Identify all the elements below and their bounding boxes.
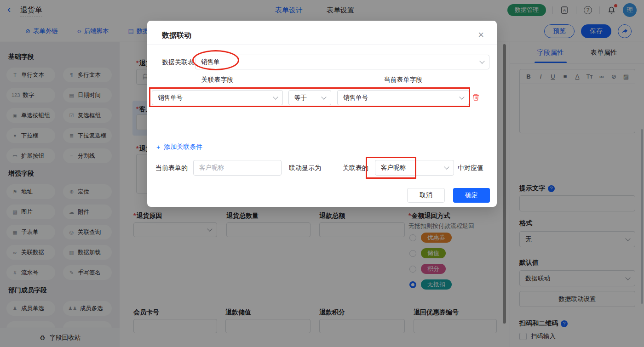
plus-icon: + bbox=[156, 143, 160, 151]
add-condition-link[interactable]: + 添加关联条件 bbox=[156, 143, 202, 151]
link-table-select[interactable]: 销售单 bbox=[195, 55, 489, 69]
chevron-down-icon bbox=[479, 58, 484, 63]
current-form-field-input[interactable]: 客户昵称 bbox=[193, 160, 282, 176]
data-linkage-modal: 数据联动 × 数据关联表 销售单 关联表字段 当前表单字段 销售单号 等于 销售… bbox=[147, 21, 497, 207]
condition-right-value: 销售单号 bbox=[343, 94, 368, 102]
chevron-down-icon bbox=[321, 94, 326, 99]
condition-left-value: 销售单号 bbox=[158, 94, 183, 102]
linked-table-label: 关联表的 bbox=[343, 164, 368, 172]
linked-field-select[interactable]: 客户昵称 bbox=[375, 160, 454, 176]
current-form-field-value: 客户昵称 bbox=[199, 164, 224, 172]
delete-condition-icon[interactable] bbox=[472, 93, 480, 102]
link-table-value: 销售单 bbox=[201, 58, 220, 66]
close-icon[interactable]: × bbox=[478, 29, 484, 41]
chevron-down-icon bbox=[273, 94, 278, 99]
condition-left-select[interactable]: 销售单号 bbox=[152, 90, 283, 105]
divider bbox=[147, 45, 497, 45]
linked-field-value: 客户昵称 bbox=[381, 164, 406, 172]
suffix-label: 中对应值 bbox=[458, 164, 483, 172]
column-header-linked-field: 关联表字段 bbox=[152, 76, 283, 84]
link-table-label: 数据关联表 bbox=[162, 58, 194, 67]
modal-title: 数据联动 bbox=[162, 31, 191, 40]
condition-operator-value: 等于 bbox=[294, 94, 307, 102]
current-form-label: 当前表单的 bbox=[155, 164, 188, 172]
chevron-down-icon bbox=[459, 94, 464, 99]
add-condition-label: 添加关联条件 bbox=[164, 143, 202, 151]
confirm-button[interactable]: 确定 bbox=[453, 188, 490, 203]
display-as-label: 联动显示为 bbox=[289, 164, 321, 172]
condition-operator-select[interactable]: 等于 bbox=[288, 90, 331, 105]
condition-right-select[interactable]: 销售单号 bbox=[337, 90, 469, 105]
column-header-current-field: 当前表单字段 bbox=[337, 76, 469, 84]
chevron-down-icon bbox=[444, 164, 449, 169]
cancel-button[interactable]: 取消 bbox=[407, 188, 445, 203]
